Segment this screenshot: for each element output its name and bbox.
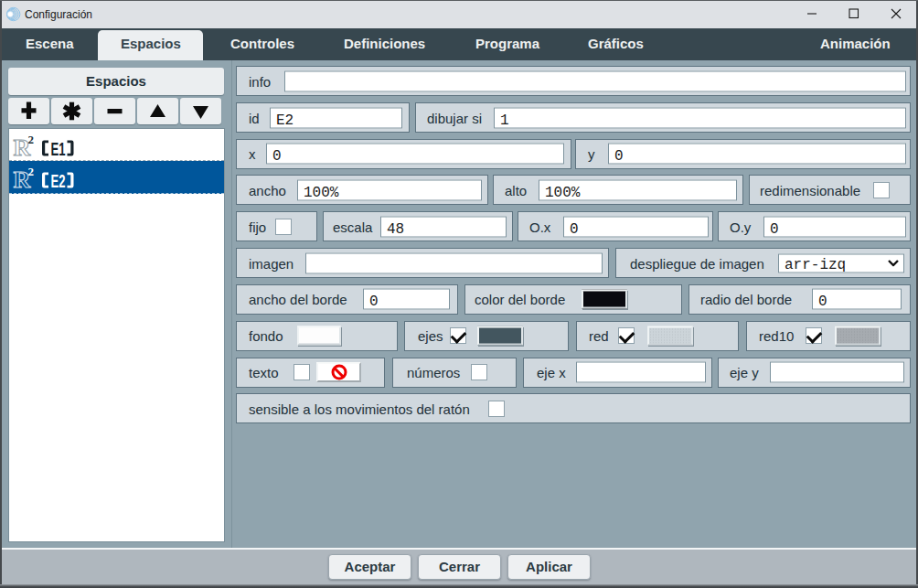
svg-text:2: 2 <box>28 133 35 146</box>
svg-text:E1: E1 <box>51 139 66 159</box>
svg-text:E2: E2 <box>51 171 66 191</box>
svg-text:2: 2 <box>28 165 35 178</box>
